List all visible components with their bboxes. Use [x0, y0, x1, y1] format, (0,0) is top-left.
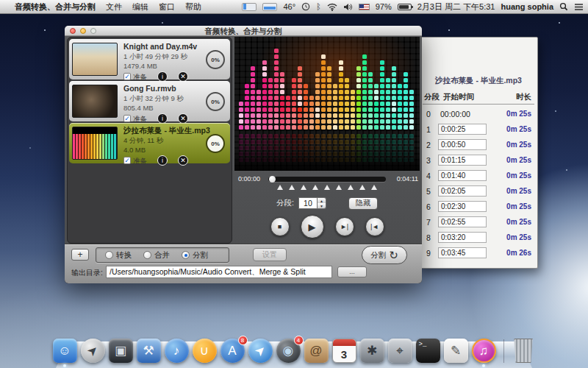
user-menu[interactable]: huang sophia: [501, 2, 554, 11]
ready-checkbox[interactable]: ✓准备: [123, 72, 147, 82]
ready-checkbox[interactable]: ✓准备: [123, 156, 147, 166]
file-card[interactable]: Knight and Day.m4v1 小时 49 分钟 29 秒1479.4 …: [69, 39, 230, 79]
settings-button[interactable]: 设置: [253, 248, 287, 261]
mode-radio-转换[interactable]: 转换: [105, 250, 132, 261]
hide-button[interactable]: 隐藏: [348, 197, 378, 210]
mode-radio-分割[interactable]: 分割: [182, 250, 208, 261]
input-language-flag-icon[interactable]: [359, 4, 370, 10]
stepper-up-icon[interactable]: ▲: [318, 198, 326, 203]
segment-start-input[interactable]: [438, 124, 487, 135]
segment-start-input[interactable]: [438, 232, 487, 243]
remove-icon[interactable]: ✕: [178, 155, 188, 166]
dock-icon-trash[interactable]: [512, 339, 536, 363]
menu-item-4[interactable]: 帮助: [185, 1, 201, 13]
stepper-down-icon[interactable]: ▼: [318, 203, 326, 208]
dock-icon-contacts[interactable]: @: [304, 339, 329, 363]
trash-icon: [513, 339, 534, 363]
remove-icon[interactable]: ✕: [178, 71, 188, 82]
volume-icon[interactable]: [343, 3, 353, 11]
split-marker-icon[interactable]: [371, 185, 377, 190]
minimize-button[interactable]: [80, 28, 86, 34]
menu-item-1[interactable]: 文件: [106, 1, 122, 13]
segments-stepper[interactable]: ▲▼: [318, 197, 326, 209]
dock-icon-system-preferences[interactable]: ✱: [360, 339, 384, 363]
remove-icon[interactable]: ✕: [178, 113, 188, 124]
dock-icon-safari[interactable]: ➤: [248, 339, 273, 363]
dock-icon-app-store[interactable]: A8: [220, 339, 245, 363]
split-marker-icon[interactable]: [324, 185, 330, 190]
mode-radio-合并[interactable]: 合并: [143, 250, 170, 261]
segment-start-input[interactable]: [438, 247, 487, 258]
split-marker-icon[interactable]: [359, 185, 365, 190]
add-file-button[interactable]: +: [71, 249, 89, 261]
dock-icon-remote-desktop[interactable]: ⌖: [388, 339, 412, 363]
segment-start-input[interactable]: [438, 170, 487, 181]
dock-icon-launchpad[interactable]: ➤: [81, 339, 105, 363]
radio-icon[interactable]: [182, 251, 190, 259]
browse-button[interactable]: ...: [337, 266, 367, 277]
menu-item-3[interactable]: 窗口: [159, 1, 175, 13]
battery-percent: 97%: [376, 2, 392, 11]
segment-index: 3: [426, 156, 431, 165]
cpu-monitor-widget[interactable]: [262, 3, 277, 11]
file-card[interactable]: 沙拉布莱曼 - 毕业生.mp34 分钟, 11 秒4.0 MB✓准备i✕0%: [69, 123, 230, 163]
segment-start-input[interactable]: [438, 201, 487, 212]
seek-knob[interactable]: [269, 176, 276, 183]
split-marker-icon[interactable]: [312, 185, 318, 190]
dock-icon-textedit[interactable]: ✎: [444, 339, 468, 363]
file-card[interactable]: Gong Fu.rmvb1 小时 32 分钟 9 秒805.4 MB✓准备i✕0…: [69, 81, 230, 121]
segment-start-input[interactable]: [438, 155, 487, 166]
info-icon[interactable]: i: [157, 71, 168, 82]
battery-icon[interactable]: [398, 4, 412, 10]
dock-icon-ibooks[interactable]: ∪: [193, 339, 217, 363]
split-marker-icon[interactable]: [289, 185, 295, 190]
dock-icon-audio-converter-app[interactable]: ♫: [472, 339, 496, 363]
spotlight-icon[interactable]: [559, 2, 568, 11]
checkbox-check-icon[interactable]: ✓: [123, 157, 131, 164]
radio-icon[interactable]: [105, 251, 113, 259]
wifi-icon[interactable]: [327, 3, 337, 11]
checkbox-check-icon[interactable]: ✓: [123, 115, 131, 122]
bluetooth-icon[interactable]: ᛒ: [316, 2, 321, 11]
dock-icon-xcode[interactable]: ⚒: [137, 339, 161, 363]
menu-item-0[interactable]: 音频转换、合并与分割: [15, 1, 96, 13]
time-machine-icon[interactable]: [301, 2, 310, 11]
dock-icon-itunes[interactable]: ♪: [165, 339, 189, 363]
ready-checkbox[interactable]: ✓准备: [123, 114, 147, 124]
split-action-button[interactable]: 分割 ↻: [362, 246, 407, 264]
prev-marker-button[interactable]: |◄: [365, 217, 384, 236]
next-marker-button[interactable]: ►|: [335, 217, 354, 236]
play-button[interactable]: ▶: [301, 215, 324, 238]
segment-start-input[interactable]: [438, 139, 487, 150]
split-marker-icon[interactable]: [336, 185, 342, 190]
menu-clock[interactable]: 2月3日 周二 下午5:31: [417, 1, 495, 13]
close-button[interactable]: [70, 28, 76, 34]
stop-button[interactable]: ■: [270, 217, 290, 236]
notification-center-icon[interactable]: [574, 3, 584, 11]
segment-start-input[interactable]: [438, 185, 487, 197]
dock-icon-photo-booth[interactable]: ◉4: [276, 339, 301, 363]
segment-start-input[interactable]: [438, 216, 487, 227]
segment-row: 60m 25s: [420, 199, 537, 215]
info-icon[interactable]: i: [157, 155, 168, 166]
radio-icon[interactable]: [143, 251, 151, 259]
info-icon[interactable]: i: [157, 113, 168, 124]
segment-row: 70m 25s: [420, 215, 537, 230]
menu-item-2[interactable]: 编辑: [132, 1, 148, 13]
dock-icon-terminal[interactable]: >_: [416, 339, 440, 363]
dock-icon-finder[interactable]: ☺: [53, 339, 77, 363]
split-marker-icon[interactable]: [277, 185, 283, 190]
output-path-input[interactable]: [106, 266, 332, 278]
temperature-status[interactable]: 46°: [283, 2, 295, 11]
xcode-icon: ⚒: [137, 339, 161, 363]
split-marker-icon[interactable]: [348, 185, 354, 190]
dock-icon-mission-control[interactable]: ▣: [109, 339, 133, 363]
checkbox-check-icon[interactable]: ✓: [123, 73, 131, 80]
segments-count-field[interactable]: 10: [298, 197, 318, 209]
disk-monitor-widget[interactable]: [242, 3, 257, 11]
dock-icon-calendar[interactable]: 3: [332, 339, 356, 363]
title-bar[interactable]: 音频转换、合并与分割: [65, 26, 422, 36]
split-marker-icon[interactable]: [301, 185, 306, 190]
zoom-button[interactable]: [90, 28, 96, 34]
seek-slider[interactable]: [268, 177, 386, 182]
